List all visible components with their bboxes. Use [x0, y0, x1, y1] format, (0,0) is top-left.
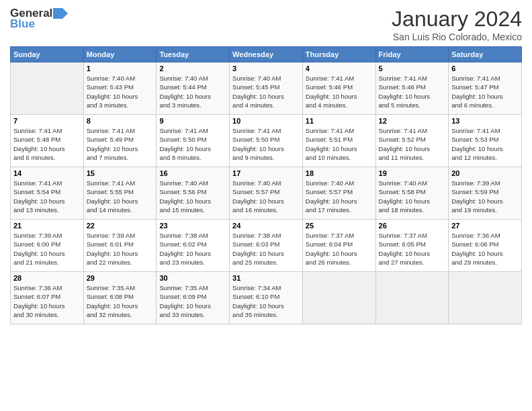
day-number: 5 — [379, 64, 446, 73]
logo: General Blue — [10, 7, 68, 31]
day-info: Sunrise: 7:41 AM Sunset: 5:52 PM Dayligh… — [379, 126, 446, 162]
calendar-day-cell: 19Sunrise: 7:40 AM Sunset: 5:58 PM Dayli… — [375, 167, 449, 220]
calendar-day-cell: 29Sunrise: 7:35 AM Sunset: 6:08 PM Dayli… — [83, 272, 157, 324]
calendar-week-row: 14Sunrise: 7:41 AM Sunset: 5:54 PM Dayli… — [11, 167, 522, 220]
calendar-day-cell: 24Sunrise: 7:38 AM Sunset: 6:03 PM Dayli… — [230, 220, 303, 272]
calendar-day-cell — [449, 272, 522, 324]
day-info: Sunrise: 7:38 AM Sunset: 6:02 PM Dayligh… — [159, 231, 226, 267]
calendar-day-cell: 20Sunrise: 7:39 AM Sunset: 5:59 PM Dayli… — [449, 167, 522, 220]
calendar-day-cell: 13Sunrise: 7:41 AM Sunset: 5:53 PM Dayli… — [449, 115, 522, 167]
day-number: 2 — [159, 64, 226, 73]
day-number: 9 — [159, 117, 226, 125]
day-info: Sunrise: 7:40 AM Sunset: 5:58 PM Dayligh… — [379, 179, 446, 214]
calendar-header-row: SundayMondayTuesdayWednesdayThursdayFrid… — [11, 47, 522, 62]
day-info: Sunrise: 7:39 AM Sunset: 5:59 PM Dayligh… — [451, 179, 519, 214]
day-info: Sunrise: 7:41 AM Sunset: 5:55 PM Dayligh… — [87, 179, 154, 214]
day-info: Sunrise: 7:41 AM Sunset: 5:46 PM Dayligh… — [306, 74, 373, 109]
calendar-day-cell: 22Sunrise: 7:39 AM Sunset: 6:01 PM Dayli… — [83, 220, 157, 272]
day-info: Sunrise: 7:41 AM Sunset: 5:50 PM Dayligh… — [159, 126, 226, 162]
day-info: Sunrise: 7:40 AM Sunset: 5:45 PM Dayligh… — [232, 74, 300, 109]
day-number: 27 — [451, 222, 519, 230]
calendar-day-cell: 1Sunrise: 7:40 AM Sunset: 5:43 PM Daylig… — [83, 62, 157, 115]
day-number: 1 — [87, 64, 154, 73]
day-of-week-header: Tuesday — [157, 47, 230, 62]
calendar-day-cell: 31Sunrise: 7:34 AM Sunset: 6:10 PM Dayli… — [230, 272, 303, 324]
calendar-day-cell: 15Sunrise: 7:41 AM Sunset: 5:55 PM Dayli… — [83, 167, 157, 220]
calendar-day-cell: 5Sunrise: 7:41 AM Sunset: 5:46 PM Daylig… — [375, 62, 449, 115]
day-of-week-header: Friday — [375, 47, 449, 62]
calendar-day-cell: 30Sunrise: 7:35 AM Sunset: 6:09 PM Dayli… — [157, 272, 230, 324]
logo-blue-text: Blue — [10, 17, 35, 31]
day-info: Sunrise: 7:38 AM Sunset: 6:03 PM Dayligh… — [232, 231, 300, 267]
subtitle: San Luis Rio Colorado, Mexico — [392, 32, 522, 42]
day-number: 26 — [379, 222, 446, 230]
day-number: 19 — [379, 169, 446, 177]
calendar-day-cell: 4Sunrise: 7:41 AM Sunset: 5:46 PM Daylig… — [302, 62, 375, 115]
day-number: 10 — [232, 117, 300, 125]
day-info: Sunrise: 7:40 AM Sunset: 5:43 PM Dayligh… — [87, 74, 154, 109]
calendar-week-row: 28Sunrise: 7:36 AM Sunset: 6:07 PM Dayli… — [11, 272, 522, 324]
calendar-day-cell: 23Sunrise: 7:38 AM Sunset: 6:02 PM Dayli… — [157, 220, 230, 272]
day-number: 30 — [159, 274, 226, 282]
day-number: 4 — [306, 64, 373, 73]
day-of-week-header: Sunday — [11, 47, 84, 62]
logo-icon — [53, 8, 68, 19]
calendar-day-cell: 11Sunrise: 7:41 AM Sunset: 5:51 PM Dayli… — [302, 115, 375, 167]
day-number: 15 — [87, 169, 154, 177]
day-info: Sunrise: 7:36 AM Sunset: 6:07 PM Dayligh… — [13, 283, 81, 319]
day-of-week-header: Monday — [83, 47, 157, 62]
day-of-week-header: Wednesday — [230, 47, 303, 62]
calendar-day-cell: 18Sunrise: 7:40 AM Sunset: 5:57 PM Dayli… — [302, 167, 375, 220]
calendar-day-cell: 27Sunrise: 7:36 AM Sunset: 6:06 PM Dayli… — [449, 220, 522, 272]
svg-marker-0 — [53, 8, 68, 19]
day-number: 3 — [232, 64, 300, 73]
day-info: Sunrise: 7:39 AM Sunset: 6:01 PM Dayligh… — [87, 231, 154, 267]
day-number: 8 — [87, 117, 154, 125]
calendar-day-cell: 25Sunrise: 7:37 AM Sunset: 6:04 PM Dayli… — [302, 220, 375, 272]
calendar-week-row: 21Sunrise: 7:39 AM Sunset: 6:00 PM Dayli… — [11, 220, 522, 272]
calendar-table: SundayMondayTuesdayWednesdayThursdayFrid… — [10, 46, 522, 324]
day-info: Sunrise: 7:35 AM Sunset: 6:09 PM Dayligh… — [159, 283, 226, 319]
calendar-day-cell: 17Sunrise: 7:40 AM Sunset: 5:57 PM Dayli… — [230, 167, 303, 220]
calendar-day-cell: 9Sunrise: 7:41 AM Sunset: 5:50 PM Daylig… — [157, 115, 230, 167]
calendar-day-cell: 6Sunrise: 7:41 AM Sunset: 5:47 PM Daylig… — [449, 62, 522, 115]
day-info: Sunrise: 7:41 AM Sunset: 5:54 PM Dayligh… — [13, 179, 81, 214]
day-info: Sunrise: 7:40 AM Sunset: 5:57 PM Dayligh… — [306, 179, 373, 214]
day-info: Sunrise: 7:36 AM Sunset: 6:06 PM Dayligh… — [451, 231, 519, 267]
calendar-day-cell — [375, 272, 449, 324]
day-number: 17 — [232, 169, 300, 177]
calendar-day-cell: 12Sunrise: 7:41 AM Sunset: 5:52 PM Dayli… — [375, 115, 449, 167]
calendar-day-cell: 2Sunrise: 7:40 AM Sunset: 5:44 PM Daylig… — [157, 62, 230, 115]
day-number: 7 — [13, 117, 81, 125]
day-info: Sunrise: 7:41 AM Sunset: 5:53 PM Dayligh… — [451, 126, 519, 162]
main-title: January 2024 — [392, 7, 522, 32]
day-number: 31 — [232, 274, 300, 282]
calendar-day-cell: 28Sunrise: 7:36 AM Sunset: 6:07 PM Dayli… — [11, 272, 84, 324]
calendar-day-cell: 14Sunrise: 7:41 AM Sunset: 5:54 PM Dayli… — [11, 167, 84, 220]
day-number: 14 — [13, 169, 81, 177]
day-number: 20 — [451, 169, 519, 177]
title-section: January 2024 San Luis Rio Colorado, Mexi… — [392, 7, 522, 42]
day-info: Sunrise: 7:41 AM Sunset: 5:48 PM Dayligh… — [13, 126, 81, 162]
calendar-day-cell — [302, 272, 375, 324]
day-of-week-header: Thursday — [302, 47, 375, 62]
day-number: 25 — [306, 222, 373, 230]
day-of-week-header: Saturday — [449, 47, 522, 62]
day-number: 22 — [87, 222, 154, 230]
calendar-day-cell: 16Sunrise: 7:40 AM Sunset: 5:56 PM Dayli… — [157, 167, 230, 220]
day-info: Sunrise: 7:37 AM Sunset: 6:04 PM Dayligh… — [306, 231, 373, 267]
day-info: Sunrise: 7:40 AM Sunset: 5:56 PM Dayligh… — [159, 179, 226, 214]
calendar-day-cell: 3Sunrise: 7:40 AM Sunset: 5:45 PM Daylig… — [230, 62, 303, 115]
calendar-day-cell: 21Sunrise: 7:39 AM Sunset: 6:00 PM Dayli… — [11, 220, 84, 272]
calendar-week-row: 7Sunrise: 7:41 AM Sunset: 5:48 PM Daylig… — [11, 115, 522, 167]
calendar-week-row: 1Sunrise: 7:40 AM Sunset: 5:43 PM Daylig… — [11, 62, 522, 115]
day-number: 12 — [379, 117, 446, 125]
day-info: Sunrise: 7:37 AM Sunset: 6:05 PM Dayligh… — [379, 231, 446, 267]
day-info: Sunrise: 7:39 AM Sunset: 6:00 PM Dayligh… — [13, 231, 81, 267]
day-number: 13 — [451, 117, 519, 125]
calendar-day-cell: 8Sunrise: 7:41 AM Sunset: 5:49 PM Daylig… — [83, 115, 157, 167]
day-info: Sunrise: 7:41 AM Sunset: 5:51 PM Dayligh… — [306, 126, 373, 162]
day-number: 16 — [159, 169, 226, 177]
day-number: 11 — [306, 117, 373, 125]
day-number: 24 — [232, 222, 300, 230]
